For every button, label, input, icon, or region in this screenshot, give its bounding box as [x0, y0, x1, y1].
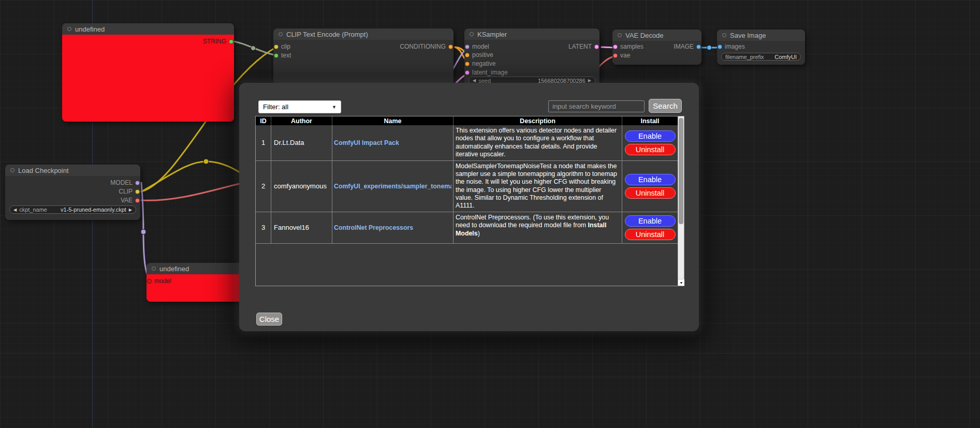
port-label-positive: positive: [472, 51, 493, 58]
row-install-actions: Enable Uninstall: [622, 161, 678, 212]
output-port-clip[interactable]: [135, 189, 140, 194]
output-port-model[interactable]: [135, 181, 140, 185]
port-label-negative: negative: [472, 60, 495, 67]
row-author: Fannovel16: [271, 212, 332, 243]
port-label-model: model: [154, 277, 171, 285]
input-port-negative[interactable]: [465, 62, 470, 66]
table-scrollbar-track[interactable]: ▼: [678, 116, 684, 286]
header-author: Author: [271, 116, 332, 125]
collapse-dot-icon[interactable]: [279, 32, 283, 36]
table-row: 2 comfyanonymous ComfyUI_experiments/sam…: [256, 161, 678, 212]
enable-button[interactable]: Enable: [625, 174, 676, 185]
increment-arrow-icon[interactable]: ▶: [588, 78, 591, 83]
collapse-dot-icon[interactable]: [618, 33, 622, 37]
port-label-conditioning: CONDITIONING: [400, 43, 446, 50]
node-clip-text-encode[interactable]: CLIP Text Encode (Prompt) clip text COND…: [273, 28, 454, 85]
node-load-checkpoint[interactable]: Load Checkpoint MODEL CLIP VAE ◀ ckpt_na…: [5, 165, 140, 220]
row-author: Dr.Lt.Data: [271, 125, 332, 160]
input-port-samples[interactable]: [613, 45, 618, 49]
collapse-dot-icon[interactable]: [722, 33, 726, 37]
node-title-bar[interactable]: undefined: [147, 263, 245, 274]
node-save-image[interactable]: Save Image images filename_prefix ComfyU…: [717, 29, 805, 65]
table-header-row: ID Author Name Description Install: [256, 116, 678, 125]
extension-link[interactable]: ComfyUI_experiments/sampler_tonemap: [334, 183, 451, 190]
output-port-latent[interactable]: [594, 45, 599, 49]
node-title-bar[interactable]: CLIP Text Encode (Prompt): [273, 28, 454, 40]
search-button[interactable]: Search: [649, 99, 682, 113]
input-port-text[interactable]: [274, 53, 279, 58]
collapse-dot-icon[interactable]: [470, 32, 474, 36]
port-label-clip: CLIP: [119, 188, 133, 195]
table-scrollbar-thumb[interactable]: [679, 118, 683, 224]
output-port-string[interactable]: [229, 39, 233, 44]
extension-manager-dialog: Filter: all ▼ Search ID Author Name Desc…: [239, 83, 699, 331]
uninstall-button[interactable]: Uninstall: [625, 229, 676, 240]
input-port-model[interactable]: [147, 279, 152, 284]
port-label-vae: vae: [620, 52, 630, 59]
port-label-latent: LATENT: [568, 43, 592, 50]
node-undefined-top[interactable]: undefined STRING: [62, 23, 234, 122]
node-title-bar[interactable]: undefined: [62, 23, 234, 35]
node-title-bar[interactable]: KSampler: [464, 28, 599, 40]
node-title: undefined: [75, 25, 105, 33]
filename-prefix-widget[interactable]: filename_prefix ComfyUI: [721, 53, 801, 61]
search-input[interactable]: [548, 100, 645, 112]
node-ksampler[interactable]: KSampler model positive negative latent_…: [464, 28, 599, 85]
reroute-dot-string[interactable]: [251, 46, 256, 51]
filename-prefix-label: filename_prefix: [725, 54, 764, 60]
input-port-clip[interactable]: [274, 45, 279, 49]
input-port-model[interactable]: [465, 45, 470, 49]
row-description: This extension offers various detector n…: [454, 125, 622, 160]
node-title-bar[interactable]: Save Image: [717, 29, 805, 41]
input-port-positive[interactable]: [465, 53, 470, 57]
prev-arrow-icon[interactable]: ◀: [13, 208, 17, 212]
decrement-arrow-icon[interactable]: ◀: [473, 78, 476, 83]
extension-table: ID Author Name Description Install 1 Dr.…: [255, 116, 684, 286]
node-undefined-bottom[interactable]: undefined model: [147, 263, 245, 302]
port-label-images: images: [725, 43, 745, 50]
enable-button[interactable]: Enable: [625, 130, 676, 142]
uninstall-button[interactable]: Uninstall: [625, 187, 676, 199]
port-label-clip: clip: [281, 43, 290, 50]
filter-select-value: Filter: all: [263, 103, 288, 111]
ckpt-name-value: v1-5-pruned-emaonly.ckpt: [61, 206, 126, 213]
node-title-bar[interactable]: Load Checkpoint: [5, 165, 140, 176]
collapse-dot-icon[interactable]: [152, 267, 156, 271]
input-port-latent-image[interactable]: [465, 70, 470, 75]
header-name: Name: [332, 116, 454, 125]
node-title: KSampler: [477, 31, 507, 38]
row-install-actions: Enable Uninstall: [622, 125, 678, 160]
enable-button[interactable]: Enable: [625, 215, 676, 227]
port-label-samples: samples: [620, 43, 643, 50]
extension-link[interactable]: ControlNet Preprocessors: [334, 224, 413, 231]
scrollbar-down-arrow-icon[interactable]: ▼: [678, 279, 684, 286]
output-port-image[interactable]: [696, 45, 701, 49]
filter-select[interactable]: Filter: all ▼: [258, 100, 341, 113]
node-title-bar[interactable]: VAE Decode: [612, 29, 701, 41]
description-text: ): [478, 230, 480, 237]
row-id: 2: [256, 161, 271, 212]
output-port-vae[interactable]: [135, 198, 140, 203]
uninstall-button[interactable]: Uninstall: [625, 144, 676, 155]
port-label-image: IMAGE: [674, 43, 694, 50]
row-description: ControlNet Preprocessors. (To use this e…: [454, 212, 622, 243]
input-port-images[interactable]: [718, 45, 722, 49]
table-row: 1 Dr.Lt.Data ComfyUI Impact Pack This ex…: [256, 125, 678, 161]
reroute-dot-model[interactable]: [141, 229, 146, 234]
header-description: Description: [454, 116, 622, 125]
output-port-conditioning[interactable]: [448, 45, 453, 49]
header-install: Install: [622, 116, 678, 125]
input-port-vae[interactable]: [613, 53, 618, 58]
extension-link[interactable]: ComfyUI Impact Pack: [334, 139, 399, 146]
reroute-dot-image[interactable]: [707, 46, 712, 50]
close-button[interactable]: Close: [256, 313, 282, 326]
collapse-dot-icon[interactable]: [10, 168, 14, 172]
port-label-vae: VAE: [121, 197, 133, 204]
collapse-dot-icon[interactable]: [67, 27, 71, 31]
node-title: Save Image: [730, 32, 766, 39]
reroute-dot-clip[interactable]: [203, 159, 209, 164]
description-text: ControlNet Preprocessors. (To use this e…: [456, 214, 609, 229]
next-arrow-icon[interactable]: ▶: [129, 208, 132, 212]
ckpt-name-widget[interactable]: ◀ ckpt_name v1-5-pruned-emaonly.ckpt ▶: [9, 205, 136, 214]
node-vae-decode[interactable]: VAE Decode samples vae IMAGE: [612, 29, 701, 65]
